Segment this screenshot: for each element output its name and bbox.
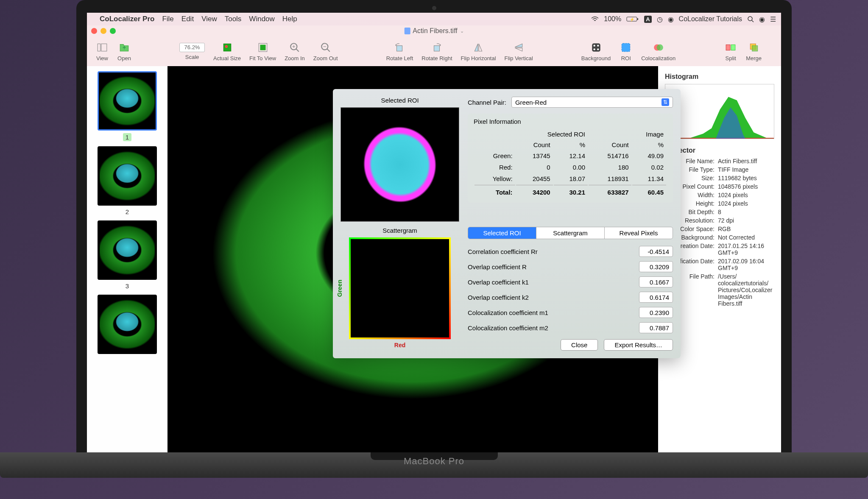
actual-size-button[interactable]: Actual Size [210,40,244,63]
menu-file[interactable]: File [162,15,173,23]
window-close-button[interactable] [91,28,97,34]
fit-to-view-button[interactable]: Fit To View [246,40,279,63]
inspector-row: Bit Depth:8 [665,209,774,215]
histogram-chart [665,84,774,139]
close-button[interactable]: Close [561,339,598,351]
coefficient-value: 0.3209 [639,261,673,272]
coefficient-label: Overlap coefficient k1 [468,279,639,286]
channel-pair-label: Channel Pair: [468,99,506,106]
notification-center-icon[interactable]: ☰ [770,15,776,23]
pixel-information-box: Pixel Information Selected ROIImage Coun… [468,114,673,203]
app-status-icon[interactable]: ◉ [668,15,674,23]
zoom-in-button[interactable]: Zoom In [281,40,308,63]
svg-line-4 [752,20,754,22]
coefficient-row: Overlap coefficient R0.3209 [468,261,673,272]
roi-button[interactable]: ROI [616,40,636,63]
inspector-value: 1048576 pixels [718,183,774,190]
flip-vertical-button[interactable]: Flip Vertical [501,40,536,63]
svg-rect-1 [637,18,638,20]
svg-rect-10 [260,45,265,50]
coefficient-label: Correlation coefficient Rr [468,248,639,255]
view-button[interactable]: View [92,40,112,63]
svg-point-27 [656,44,663,50]
coefficient-row: Overlap coefficient k20.6174 [468,292,673,303]
app-name[interactable]: CoLocalizer Pro [100,15,154,23]
svg-line-16 [327,49,330,52]
toolbar: View Open Scale Actual Size Fit To View … [87,36,781,66]
menu-help[interactable]: Help [282,15,297,23]
siri-icon[interactable]: ◉ [759,15,765,23]
menu-edit[interactable]: Edit [181,15,194,23]
svg-rect-5 [98,44,100,51]
coefficient-label: Overlap coefficient k2 [468,294,639,301]
thumbnail-4[interactable] [98,295,157,354]
export-results-button[interactable]: Export Results… [604,339,673,351]
inspector-value: Not Corrected [718,234,774,241]
scattergram-plot [349,237,451,339]
background-button[interactable]: Background [578,40,614,63]
svg-rect-20 [592,43,600,52]
battery-icon[interactable]: ⚡ [626,16,639,22]
flip-horizontal-button[interactable]: Flip Horizontal [458,40,500,63]
inspector-value: 1024 pixels [718,192,774,198]
channel-pair-select[interactable]: Green-Red ⇅ [511,97,673,108]
spotlight-icon[interactable] [747,16,754,22]
titlebar: Actin Fibers.tiff ⌄ [87,25,781,36]
menu-view[interactable]: View [201,15,217,23]
thumbnail-3[interactable]: 3 [98,220,157,290]
inspector-row: Modification Date:2017.02.09 16:04 GMT+9 [665,258,774,271]
coefficient-label: Colocalization coefficient m2 [468,324,639,332]
inspector-value: 2017.01.25 14:16 GMT+9 [718,243,774,256]
svg-rect-28 [726,45,730,50]
inspector-value: 1119682 bytes [718,175,774,181]
inspector-row: Background:Not Corrected [665,234,774,241]
scattergram-title: Scattergram [341,227,459,234]
rotate-left-button[interactable]: Rotate Left [383,40,417,63]
document-icon [404,28,410,34]
laptop-camera [432,6,436,10]
colocalization-button[interactable]: Colocalization [638,40,679,63]
tab-reveal-pixels[interactable]: Reveal Pixels [605,227,673,239]
scatter-x-axis-label: Red [341,342,459,348]
clock-icon[interactable]: ◷ [657,15,663,23]
inspector-value: Actin Fibers.tiff [718,158,774,164]
histogram-title: Histogram [665,73,774,81]
wifi-icon[interactable] [591,16,599,22]
window-zoom-button[interactable] [110,28,116,34]
inspector-value: 2017.02.09 16:04 GMT+9 [718,258,774,271]
zoom-out-button[interactable]: Zoom Out [310,40,341,63]
tutorials-label: CoLocalizer Tutorials [679,15,742,23]
inspector-row: File Name:Actin Fibers.tiff [665,158,774,164]
inspector-row: Color Space:RGB [665,226,774,232]
menu-window[interactable]: Window [249,15,274,23]
roi-preview [341,107,459,222]
tab-scattergram[interactable]: Scattergram [536,227,605,239]
coefficient-label: Colocalization coefficient m1 [468,309,639,316]
split-button[interactable]: Split [720,40,741,63]
input-source-badge[interactable]: A [644,16,651,23]
svg-point-8 [225,45,228,48]
scale-input[interactable] [179,43,205,52]
thumbnail-sidebar[interactable]: 1 2 3 [87,66,167,456]
svg-rect-19 [434,45,440,51]
rotate-right-button[interactable]: Rotate Right [418,40,455,63]
inspector-value: 8 [718,209,774,215]
battery-percent: 100% [604,15,621,23]
merge-button[interactable]: Merge [742,40,765,63]
result-tabs: Selected ROI Scattergram Reveal Pixels [468,227,673,239]
menu-tools[interactable]: Tools [225,15,242,23]
open-button[interactable]: Open [114,40,134,63]
scale-field[interactable]: Scale [176,41,208,62]
window-minimize-button[interactable] [100,28,106,34]
inspector-value: 1024 pixels [718,200,774,207]
document-dropdown-chevron-icon[interactable]: ⌄ [460,28,464,34]
thumbnail-2[interactable]: 2 [98,146,157,215]
tab-selected-roi[interactable]: Selected ROI [468,227,536,239]
svg-rect-6 [101,44,107,51]
svg-rect-18 [397,45,402,51]
pixel-info-title: Pixel Information [474,118,667,125]
inspector-row: Creation Date:2017.01.25 14:16 GMT+9 [665,243,774,256]
pixel-row: Red:00.001800.02 [474,162,666,173]
thumbnail-1[interactable]: 1 [98,71,157,141]
coefficient-value: 0.6174 [639,292,673,303]
